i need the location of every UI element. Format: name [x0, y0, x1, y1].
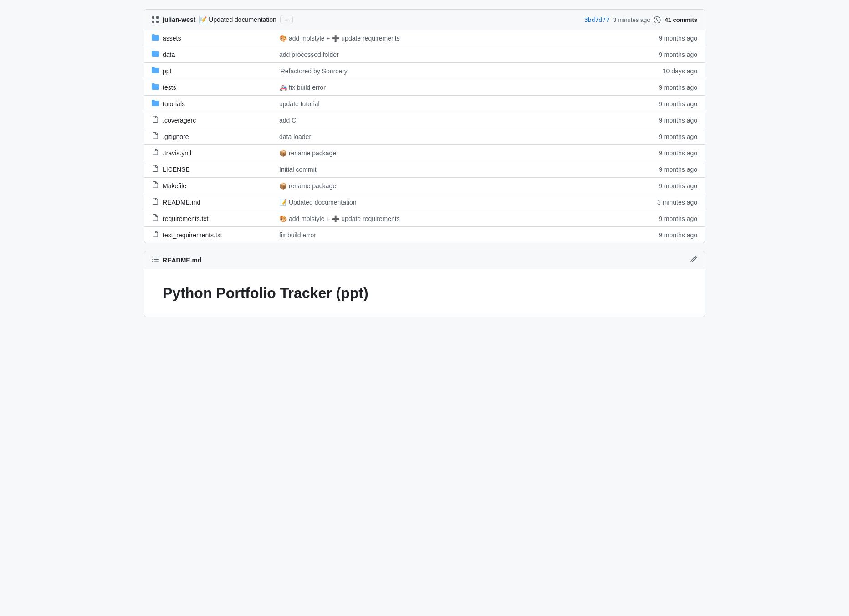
file-time: 9 months ago — [641, 178, 705, 194]
file-link[interactable]: .gitignore — [163, 133, 189, 140]
commit-message-link[interactable]: 📦 rename package — [279, 182, 336, 190]
commit-header-left: julian-west 📝 Updated documentation ··· — [152, 15, 293, 24]
file-name-cell: tutorials — [152, 99, 265, 108]
file-icon — [152, 198, 159, 206]
file-table: assets 🎨 add mplstyle + ➕ update require… — [144, 30, 705, 243]
file-name-cell: .gitignore — [152, 132, 265, 141]
table-row: .gitignore data loader 9 months ago — [144, 128, 705, 145]
file-name-cell: README.md — [152, 198, 265, 206]
commit-message-link[interactable]: fix build error — [279, 231, 316, 239]
commit-message-link[interactable]: 📝 Updated documentation — [279, 199, 357, 206]
commit-message-link[interactable]: add CI — [279, 117, 298, 124]
file-link[interactable]: test_requirements.txt — [163, 231, 222, 239]
folder-icon — [152, 50, 159, 59]
svg-rect-2 — [152, 21, 154, 23]
latest-commit-message: 📝 Updated documentation — [199, 16, 276, 23]
history-icon — [654, 16, 661, 23]
file-time: 9 months ago — [641, 161, 705, 178]
folder-icon — [152, 34, 159, 42]
commit-message-link[interactable]: update tutorial — [279, 100, 320, 108]
file-time: 9 months ago — [641, 128, 705, 145]
table-row: .travis.yml 📦 rename package 9 months ag… — [144, 145, 705, 161]
file-link[interactable]: .coveragerc — [163, 117, 196, 124]
file-time: 9 months ago — [641, 145, 705, 161]
table-row: requirements.txt 🎨 add mplstyle + ➕ upda… — [144, 210, 705, 227]
file-link[interactable]: assets — [163, 35, 181, 42]
file-icon — [152, 214, 159, 223]
table-row: test_requirements.txt fix build error 9 … — [144, 227, 705, 243]
table-row: Makefile 📦 rename package 9 months ago — [144, 178, 705, 194]
table-row: LICENSE Initial commit 9 months ago — [144, 161, 705, 178]
file-link[interactable]: tutorials — [163, 100, 185, 108]
file-name-cell: .coveragerc — [152, 116, 265, 124]
table-row: tests 🚑 fix build error 9 months ago — [144, 79, 705, 96]
commit-message-link[interactable]: Initial commit — [279, 166, 317, 173]
file-icon — [152, 149, 159, 157]
commit-header-right: 3bd7d77 3 minutes ago 41 commits — [584, 16, 697, 23]
file-time: 9 months ago — [641, 79, 705, 96]
file-time: 10 days ago — [641, 63, 705, 79]
table-row: data add processed folder 9 months ago — [144, 46, 705, 63]
table-row: ppt 'Refactored by Sourcery' 10 days ago — [144, 63, 705, 79]
file-time: 9 months ago — [641, 227, 705, 243]
commit-message-link[interactable]: add processed folder — [279, 51, 339, 58]
file-link[interactable]: .travis.yml — [163, 149, 191, 157]
file-name-cell: data — [152, 50, 265, 59]
commit-message-link[interactable]: 🎨 add mplstyle + ➕ update requirements — [279, 215, 400, 222]
file-name-cell: .travis.yml — [152, 149, 265, 157]
svg-rect-1 — [156, 16, 159, 19]
table-row: tutorials update tutorial 9 months ago — [144, 96, 705, 112]
commit-message-link[interactable]: 🚑 fix build error — [279, 84, 326, 91]
readme-box: README.md Python Portfolio Tracker (ppt) — [144, 251, 705, 317]
folder-icon — [152, 99, 159, 108]
grid-icon — [152, 16, 159, 23]
file-name-cell: tests — [152, 83, 265, 92]
readme-header: README.md — [144, 251, 705, 269]
more-button[interactable]: ··· — [280, 15, 293, 24]
file-icon — [152, 165, 159, 174]
file-link[interactable]: tests — [163, 84, 176, 91]
svg-rect-0 — [152, 16, 154, 19]
file-name-cell: test_requirements.txt — [152, 231, 265, 239]
readme-content: Python Portfolio Tracker (ppt) — [144, 269, 705, 317]
table-row: .coveragerc add CI 9 months ago — [144, 112, 705, 128]
file-time: 9 months ago — [641, 46, 705, 63]
file-icon — [152, 116, 159, 124]
file-link[interactable]: requirements.txt — [163, 215, 208, 222]
file-name-cell: requirements.txt — [152, 214, 265, 223]
readme-title: README.md — [163, 257, 202, 264]
file-icon — [152, 181, 159, 190]
commit-message-link[interactable]: 🎨 add mplstyle + ➕ update requirements — [279, 35, 400, 42]
commit-time: 3 minutes ago — [613, 16, 650, 23]
folder-icon — [152, 67, 159, 75]
file-link[interactable]: ppt — [163, 67, 171, 75]
file-time: 9 months ago — [641, 96, 705, 112]
commits-count[interactable]: 41 commits — [665, 16, 697, 23]
folder-icon — [152, 83, 159, 92]
file-icon — [152, 231, 159, 239]
file-link[interactable]: data — [163, 51, 175, 58]
file-link[interactable]: README.md — [163, 199, 200, 206]
file-link[interactable]: Makefile — [163, 182, 186, 190]
file-link[interactable]: LICENSE — [163, 166, 190, 173]
file-time: 9 months ago — [641, 30, 705, 46]
commit-message-link[interactable]: data loader — [279, 133, 311, 140]
commit-hash-link[interactable]: 3bd7d77 — [584, 16, 609, 23]
username[interactable]: julian-west — [163, 16, 195, 23]
commit-message-link[interactable]: 📦 rename package — [279, 149, 336, 157]
file-name-cell: LICENSE — [152, 165, 265, 174]
file-time: 3 minutes ago — [641, 194, 705, 210]
file-name-cell: ppt — [152, 67, 265, 75]
commit-message-link[interactable]: 'Refactored by Sourcery' — [279, 67, 348, 75]
file-icon — [152, 132, 159, 141]
commit-header: julian-west 📝 Updated documentation ··· … — [144, 10, 705, 30]
edit-icon[interactable] — [690, 256, 697, 264]
file-time: 9 months ago — [641, 112, 705, 128]
svg-rect-3 — [156, 21, 159, 23]
list-icon — [152, 256, 159, 264]
table-row: assets 🎨 add mplstyle + ➕ update require… — [144, 30, 705, 46]
readme-header-left: README.md — [152, 256, 202, 264]
file-name-cell: assets — [152, 34, 265, 42]
table-row: README.md 📝 Updated documentation 3 minu… — [144, 194, 705, 210]
file-name-cell: Makefile — [152, 181, 265, 190]
